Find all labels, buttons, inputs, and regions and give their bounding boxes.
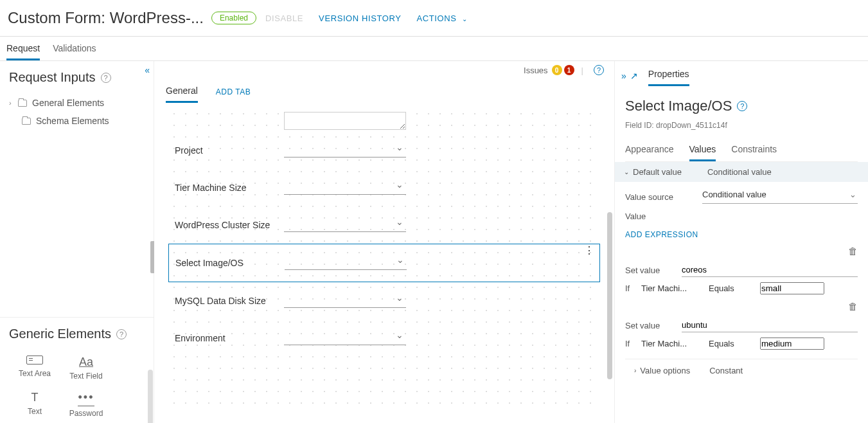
actions-menu[interactable]: ACTIONS ⌄	[417, 14, 468, 23]
mysql-disk-select[interactable]	[284, 294, 406, 308]
tab-request[interactable]: Request	[6, 37, 40, 60]
expression-block: 🗑 Set value If Tier Machi... Equals	[625, 301, 858, 350]
help-icon[interactable]: ?	[737, 101, 747, 111]
textarea-icon	[26, 356, 43, 364]
field-select-image-os[interactable]: Select Image/OS ⋮	[168, 244, 600, 282]
condition-operator-select[interactable]: Equals	[709, 284, 754, 293]
value-label: Value	[625, 212, 702, 221]
textfield-icon: Aa	[60, 356, 112, 369]
tab-validations[interactable]: Validations	[53, 37, 96, 60]
condition-operator-select[interactable]: Equals	[709, 339, 754, 348]
accordion-value-options[interactable]: › Value options	[634, 366, 690, 375]
folder-icon	[22, 118, 31, 125]
element-password[interactable]: ••• Password	[60, 386, 112, 423]
disable-button: DISABLE	[265, 14, 303, 23]
condition-value-input[interactable]	[760, 338, 824, 350]
help-icon[interactable]: ?	[116, 329, 127, 339]
more-options-icon[interactable]: ⋮	[584, 248, 594, 253]
tier-size-select[interactable]	[284, 181, 406, 195]
value-source-label: Value source	[625, 192, 702, 202]
designer-canvas-area: Issues 0 1 | ? General ADD TAB Project T…	[154, 61, 614, 423]
field-wordpress-cluster-size[interactable]: WordPress Cluster Size	[168, 206, 600, 244]
version-history-link[interactable]: VERSION HISTORY	[319, 14, 401, 23]
text-icon: T	[9, 391, 60, 404]
page-title: Custom Form: WordPress-...	[8, 9, 204, 27]
tree-schema-elements[interactable]: Schema Elements	[9, 112, 145, 130]
accordion-constant[interactable]: Constant	[709, 366, 743, 375]
description-textarea[interactable]	[284, 112, 406, 130]
set-value-input[interactable]	[682, 263, 858, 277]
field-id-label: Field ID: dropDown_4511c14f	[625, 121, 858, 130]
element-textfield[interactable]: Aa Text Field	[60, 350, 112, 386]
tree-general-elements[interactable]: › General Elements	[9, 94, 145, 112]
environment-select[interactable]	[284, 331, 406, 345]
properties-tab[interactable]: Properties	[648, 65, 689, 86]
image-os-select[interactable]	[285, 256, 407, 270]
scrollbar[interactable]	[148, 370, 153, 423]
property-title: Select Image/OS ?	[625, 98, 858, 114]
field-tier-machine-size[interactable]: Tier Machine Size	[168, 169, 600, 206]
project-select[interactable]	[284, 143, 406, 158]
folder-icon	[18, 100, 27, 107]
password-icon: •••	[60, 391, 112, 406]
condition-value-input[interactable]	[760, 282, 824, 294]
element-text[interactable]: T Text	[9, 386, 60, 423]
accordion-conditional-value[interactable]: Conditional value	[707, 167, 772, 177]
generic-elements-panel: Generic Elements ? Text Area Aa Text Fie…	[0, 317, 154, 423]
form-subtabs: Request Validations	[0, 37, 868, 61]
wp-cluster-select[interactable]	[284, 218, 406, 232]
value-source-select[interactable]: Conditional value	[702, 190, 858, 204]
chevron-right-icon: ›	[634, 367, 636, 374]
chevron-down-icon: ⌄	[624, 168, 629, 176]
element-textarea[interactable]: Text Area	[9, 350, 60, 386]
subtab-values[interactable]: Values	[689, 140, 716, 161]
status-pill: Enabled	[211, 12, 256, 24]
left-panel: « Request Inputs ? › General Elements Sc…	[0, 61, 154, 423]
subtab-appearance[interactable]: Appearance	[625, 140, 674, 161]
scrollbar[interactable]	[607, 212, 612, 379]
collapse-left-icon[interactable]: «	[145, 65, 150, 75]
accordion-default-value[interactable]: ⌄ Default value	[624, 167, 682, 177]
chevron-right-icon: ›	[9, 99, 18, 107]
designer-tab-general[interactable]: General	[166, 79, 198, 103]
set-value-input[interactable]	[682, 318, 858, 332]
expand-right-icon[interactable]: »	[621, 71, 626, 81]
issues-error-badge[interactable]: 1	[564, 65, 574, 75]
subtab-constraints[interactable]: Constraints	[731, 140, 777, 161]
delete-expression-icon[interactable]: 🗑	[848, 301, 858, 312]
condition-field-select[interactable]: Tier Machi...	[641, 284, 702, 293]
request-inputs-heading: Request Inputs ?	[9, 70, 145, 85]
chevron-down-icon: ⌄	[462, 15, 468, 22]
add-expression-button[interactable]: ADD EXPRESSION	[625, 230, 698, 239]
help-icon[interactable]: ?	[594, 65, 604, 75]
maximize-icon[interactable]: ↗	[630, 71, 638, 81]
help-icon[interactable]: ?	[101, 73, 111, 83]
issues-label: Issues	[524, 66, 548, 75]
page-header: Custom Form: WordPress-... Enabled DISAB…	[0, 0, 868, 37]
field-project[interactable]: Project	[168, 132, 600, 169]
issues-warning-badge[interactable]: 0	[552, 65, 562, 75]
delete-expression-icon[interactable]: 🗑	[848, 246, 858, 256]
field-mysql-data-disk-size[interactable]: MySQL Data Disk Size	[168, 282, 600, 320]
properties-panel: » ↗ Properties Select Image/OS ? Field I…	[614, 61, 868, 423]
expression-block: 🗑 Set value If Tier Machi... Equals	[625, 246, 858, 294]
add-tab-button[interactable]: ADD TAB	[216, 81, 251, 102]
actions-label: ACTIONS	[417, 14, 457, 23]
field-environment[interactable]: Environment	[168, 320, 600, 357]
condition-field-select[interactable]: Tier Machi...	[641, 339, 702, 348]
